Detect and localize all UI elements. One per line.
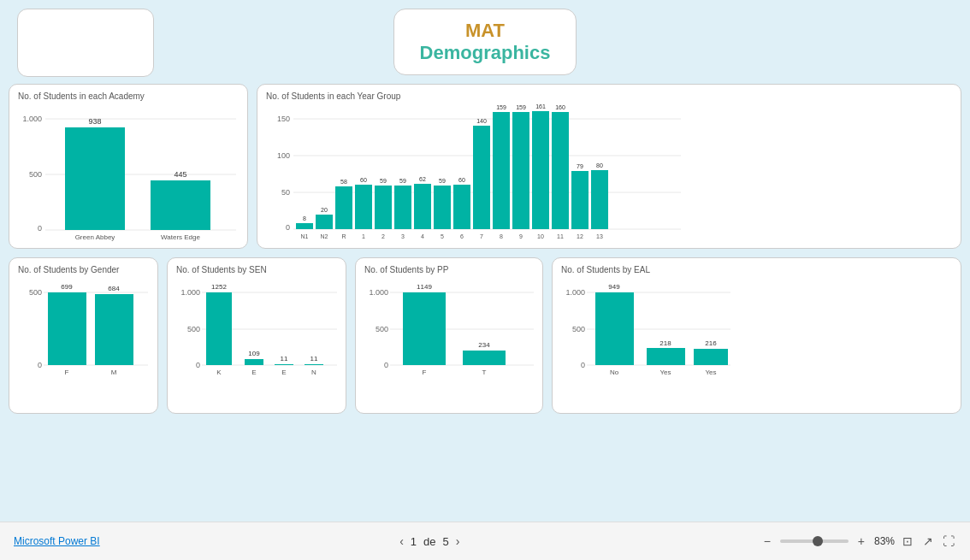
- svg-text:No: No: [610, 368, 619, 376]
- gender-chart-card: No. of Students by Gender 500 0 699 F 68…: [9, 257, 158, 414]
- svg-text:160: 160: [555, 104, 565, 110]
- svg-text:K: K: [216, 368, 222, 376]
- academy-bar-2[interactable]: [151, 180, 210, 230]
- svg-text:Green Abbey: Green Abbey: [75, 233, 115, 241]
- page-separator: de: [423, 535, 435, 548]
- yg-bar-8[interactable]: [493, 112, 510, 229]
- svg-text:100: 100: [277, 151, 290, 160]
- svg-text:1.000: 1.000: [180, 288, 200, 297]
- zoom-slider[interactable]: [780, 539, 849, 543]
- svg-text:500: 500: [29, 170, 42, 179]
- yg-bar-6[interactable]: [453, 185, 470, 229]
- zoom-in-button[interactable]: +: [854, 533, 869, 549]
- svg-text:949: 949: [608, 283, 620, 291]
- yg-bar-1[interactable]: [355, 185, 372, 229]
- svg-text:684: 684: [108, 285, 120, 292]
- yg-bar-9[interactable]: [512, 112, 529, 229]
- svg-text:0: 0: [581, 361, 585, 369]
- page-total: 5: [443, 535, 449, 548]
- fullscreen-icon[interactable]: ⛶: [941, 533, 956, 549]
- svg-text:445: 445: [174, 170, 186, 179]
- zoom-value: 83%: [874, 535, 895, 547]
- svg-text:0: 0: [38, 224, 42, 233]
- zoom-out-button[interactable]: −: [760, 533, 775, 549]
- svg-text:500: 500: [187, 325, 200, 333]
- svg-text:58: 58: [340, 179, 347, 185]
- yeargroup-chart-card: No. of Students in each Year Group 150 1…: [257, 84, 961, 249]
- next-page-button[interactable]: ›: [456, 534, 460, 548]
- svg-text:699: 699: [61, 283, 73, 291]
- gender-bar-m[interactable]: [95, 294, 133, 365]
- svg-text:11: 11: [281, 355, 288, 363]
- svg-text:9: 9: [519, 233, 523, 239]
- pp-bar-f[interactable]: [403, 292, 446, 365]
- svg-text:1.000: 1.000: [369, 288, 388, 297]
- charts-top-row: No. of Students in each Academy 1.000 50…: [9, 84, 961, 249]
- eal-bar-no[interactable]: [595, 292, 634, 365]
- page-current: 1: [411, 535, 417, 548]
- pp-chart-svg: 1.000 500 0 1149 F 234 T: [364, 278, 535, 406]
- sen-bar-n[interactable]: [305, 364, 323, 365]
- svg-text:234: 234: [478, 341, 490, 349]
- svg-text:0: 0: [384, 361, 388, 369]
- svg-text:7: 7: [480, 233, 483, 239]
- academy-bar-1[interactable]: [65, 127, 125, 230]
- fit-to-window-icon[interactable]: ⊡: [900, 533, 915, 549]
- svg-text:59: 59: [399, 178, 406, 184]
- yg-bar-5[interactable]: [434, 186, 451, 229]
- header: MAT Demographics: [9, 9, 961, 75]
- sen-bar-e2[interactable]: [275, 364, 293, 365]
- yg-bar-n1[interactable]: [296, 223, 313, 229]
- eal-bar-yes2[interactable]: [694, 349, 728, 365]
- yg-bar-2[interactable]: [375, 186, 392, 229]
- svg-text:F: F: [65, 368, 69, 376]
- title-box: MAT Demographics: [393, 9, 577, 75]
- svg-text:1.000: 1.000: [22, 115, 42, 123]
- svg-text:1: 1: [362, 233, 365, 239]
- svg-text:R: R: [341, 233, 346, 239]
- sen-chart-svg: 1.000 500 0 1252 K 109 E 11 E: [176, 278, 339, 406]
- eal-chart-card: No. of Students by EAL 1.000 500 0 949 N…: [552, 257, 961, 414]
- powerbi-link[interactable]: Microsoft Power BI: [14, 535, 100, 547]
- svg-text:1.000: 1.000: [565, 288, 585, 297]
- svg-text:2: 2: [381, 233, 385, 239]
- yg-bar-11[interactable]: [552, 112, 569, 229]
- svg-text:218: 218: [659, 339, 671, 347]
- yg-bar-13[interactable]: [591, 170, 608, 229]
- sen-chart-title: No. of Students by SEN: [176, 265, 337, 274]
- yg-bar-r[interactable]: [335, 186, 352, 229]
- svg-text:500: 500: [29, 288, 42, 297]
- svg-text:60: 60: [458, 177, 465, 183]
- prev-page-button[interactable]: ‹: [399, 534, 404, 548]
- svg-text:0: 0: [196, 361, 200, 369]
- svg-text:0: 0: [38, 361, 42, 369]
- yg-bar-4[interactable]: [414, 184, 431, 229]
- title-line2: Demographics: [420, 42, 551, 64]
- zoom-bar: − + 83% ⊡ ↗ ⛶: [760, 533, 956, 549]
- yg-bar-12[interactable]: [571, 171, 589, 229]
- gender-chart-title: No. of Students by Gender: [18, 265, 149, 274]
- svg-text:11: 11: [557, 233, 564, 239]
- share-icon[interactable]: ↗: [920, 533, 936, 549]
- yg-bar-10[interactable]: [532, 111, 549, 229]
- svg-text:20: 20: [321, 207, 328, 213]
- svg-text:12: 12: [577, 233, 583, 239]
- svg-text:109: 109: [248, 350, 260, 357]
- sen-bar-e[interactable]: [245, 359, 263, 365]
- pp-bar-t[interactable]: [463, 351, 506, 365]
- svg-text:6: 6: [460, 233, 464, 239]
- svg-text:10: 10: [537, 233, 544, 239]
- svg-text:62: 62: [419, 176, 426, 182]
- sen-bar-k[interactable]: [206, 292, 232, 365]
- eal-bar-yes1[interactable]: [647, 348, 685, 365]
- yg-bar-7[interactable]: [473, 126, 490, 229]
- charts-bottom-row: No. of Students by Gender 500 0 699 F 68…: [9, 257, 961, 414]
- gender-chart-svg: 500 0 699 F 684 M: [18, 278, 151, 406]
- gender-bar-f[interactable]: [48, 292, 86, 365]
- eal-chart-title: No. of Students by EAL: [561, 265, 952, 274]
- svg-text:3: 3: [401, 233, 405, 239]
- yg-bar-n2[interactable]: [316, 215, 333, 229]
- yg-bar-3[interactable]: [394, 186, 411, 229]
- svg-text:50: 50: [281, 188, 290, 197]
- svg-text:Yes: Yes: [659, 368, 671, 376]
